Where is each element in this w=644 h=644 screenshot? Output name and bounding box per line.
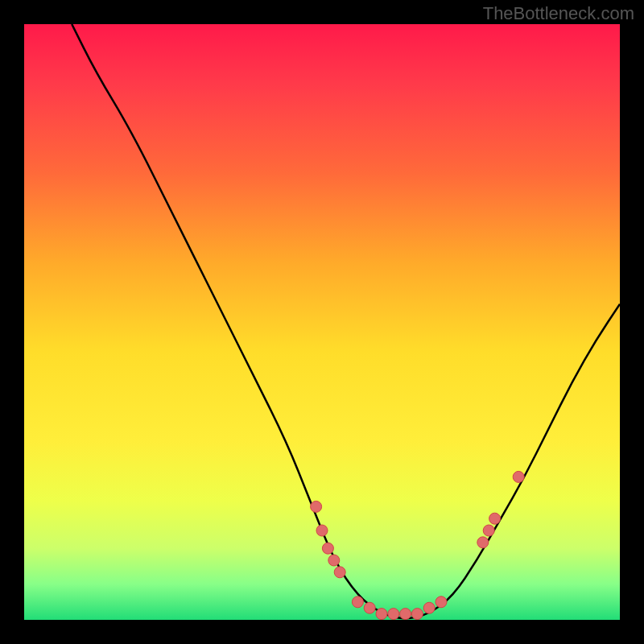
data-point xyxy=(483,525,494,536)
data-point xyxy=(311,501,322,512)
data-point xyxy=(364,602,375,613)
data-point xyxy=(316,525,328,536)
data-point xyxy=(411,609,423,620)
data-point xyxy=(388,609,399,620)
chart-svg xyxy=(24,24,620,620)
data-point xyxy=(328,555,340,566)
data-point xyxy=(334,567,345,578)
data-point xyxy=(477,537,489,548)
data-point xyxy=(400,609,411,620)
data-point xyxy=(352,597,363,608)
data-point xyxy=(322,543,333,554)
data-point xyxy=(436,597,447,608)
data-point xyxy=(376,609,387,620)
data-point xyxy=(489,513,501,524)
attribution-text: TheBottleneck.com xyxy=(483,3,634,24)
data-points xyxy=(311,471,525,619)
bottleneck-curve xyxy=(72,24,620,618)
plot-area xyxy=(24,24,620,620)
data-point xyxy=(423,602,435,613)
data-point xyxy=(513,471,524,482)
